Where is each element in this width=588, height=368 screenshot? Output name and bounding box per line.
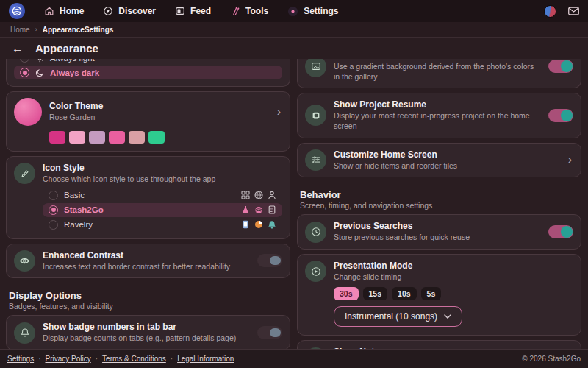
stash2go-style-preview — [241, 205, 276, 214]
color-swatch[interactable] — [69, 131, 85, 144]
section-title: Display Options — [9, 290, 287, 301]
bell-icon — [20, 328, 30, 338]
previous-searches-card: Previous Searches Store previous searche… — [297, 214, 581, 250]
customize-home-title: Customize Home Screen — [334, 149, 561, 160]
footer-link-settings[interactable]: Settings — [7, 355, 34, 363]
color-swatch[interactable] — [109, 131, 125, 144]
copyright-text: © 2026 Stash2Go — [522, 355, 581, 363]
dot-separator: · — [171, 355, 173, 363]
section-subtitle: Screen, timing, and navigation settings — [300, 201, 578, 210]
moon-icon — [35, 68, 44, 77]
bell-teal-icon — [268, 220, 276, 229]
timing-pill-5s[interactable]: 5s — [421, 287, 442, 300]
nav-item-feed[interactable]: Feed — [175, 6, 211, 16]
theme-option-label: Always dark — [50, 68, 99, 77]
mail-icon[interactable] — [568, 7, 579, 15]
radio-unselected[interactable] — [49, 191, 58, 200]
project-resume-subtitle: Display your most recent in-progress pro… — [334, 111, 541, 131]
nav-item-home[interactable]: Home — [44, 6, 84, 16]
footer-links: Settings · Privacy Policy · Terms & Cond… — [7, 355, 234, 363]
gradient-background-subtitle: Use a gradient background derived from t… — [334, 62, 541, 82]
icon-style-option-basic[interactable]: Basic — [43, 188, 282, 202]
color-theme-title: Color Theme — [49, 101, 270, 112]
page-footer: Settings · Privacy Policy · Terms & Cond… — [0, 349, 588, 368]
nav-item-settings[interactable]: Settings — [287, 6, 338, 17]
dot-separator: · — [38, 355, 40, 363]
timing-pill-15s[interactable]: 15s — [363, 287, 388, 300]
enhanced-contrast-toggle[interactable] — [257, 254, 282, 267]
chevron-right-icon: › — [277, 106, 282, 118]
color-swatch[interactable] — [129, 131, 145, 144]
badge-numbers-toggle[interactable] — [257, 326, 282, 339]
radio-selected[interactable] — [20, 68, 29, 77]
show-notes-card: Show Notes Display project/pattern notes… — [297, 340, 581, 349]
icon-style-option-stash2go[interactable]: Stash2Go — [43, 203, 282, 217]
color-theme-card[interactable]: Color Theme Rose Garden › — [6, 91, 290, 152]
theme-mode-card: Always light Always dark — [6, 59, 290, 87]
previous-searches-toggle[interactable] — [548, 225, 573, 238]
customize-home-card[interactable]: Customize Home Screen Show or hide items… — [297, 143, 581, 178]
footer-link-privacy[interactable]: Privacy Policy — [45, 355, 90, 363]
icon-style-option-label: Stash2Go — [64, 205, 104, 214]
page-title: Appearance — [35, 42, 98, 54]
icon-style-option-label: Basic — [64, 191, 85, 199]
enhanced-contrast-circle — [14, 250, 35, 272]
nav-label: Discover — [118, 6, 156, 16]
theme-option-always-dark[interactable]: Always dark — [14, 66, 282, 79]
yarn-ball-icon — [254, 205, 263, 214]
nav-item-discover[interactable]: Discover — [103, 6, 156, 16]
presentation-mode-card: Presentation Mode Change slide timing 30… — [297, 254, 581, 336]
color-swatch[interactable] — [148, 131, 165, 144]
breadcrumb: Home › AppearanceSettings — [0, 22, 588, 38]
settings-scroll-area[interactable]: Always light Always dark Color Theme Ros… — [0, 59, 588, 349]
icon-style-option-label: Ravelry — [64, 220, 93, 229]
previous-searches-subtitle: Store previous searches for quick reuse — [334, 233, 541, 243]
color-swatch[interactable] — [49, 131, 65, 144]
app-logo[interactable] — [9, 3, 25, 19]
gradient-background-circle — [305, 59, 326, 77]
back-button[interactable]: ← — [12, 43, 24, 54]
footer-link-terms[interactable]: Terms & Conditions — [102, 355, 166, 363]
left-column: Always light Always dark Color Theme Ros… — [6, 60, 290, 349]
section-title: Behavior — [300, 189, 578, 200]
badge-numbers-subtitle: Display badge counts on tabs (e.g., patt… — [43, 333, 250, 344]
breadcrumb-separator-icon: › — [35, 26, 37, 33]
playlist-dropdown[interactable]: Instrumental (10 songs) — [334, 306, 462, 327]
show-notes-title: Show Notes — [334, 347, 541, 349]
right-column: Use a gradient background derived from t… — [297, 60, 581, 349]
project-resume-toggle[interactable] — [548, 109, 573, 122]
top-nav: Home Discover Feed Tools Settings — [0, 0, 588, 22]
enhanced-contrast-title: Enhanced Contrast — [43, 250, 250, 261]
timing-pill-10s[interactable]: 10s — [392, 287, 417, 300]
radio-selected[interactable] — [49, 205, 58, 215]
globe-icon — [254, 191, 263, 199]
color-swatch[interactable] — [89, 131, 105, 144]
presentation-mode-circle — [305, 261, 326, 282]
presentation-mode-title: Presentation Mode — [334, 261, 573, 272]
breadcrumb-home[interactable]: Home — [10, 26, 30, 34]
play-circle-icon — [311, 266, 321, 277]
radio-unselected[interactable] — [49, 220, 58, 230]
dot-separator: · — [96, 355, 98, 363]
paper-icon — [268, 205, 276, 214]
theme-option-always-light[interactable]: Always light — [14, 59, 282, 65]
color-wheel-icon — [254, 220, 263, 229]
chevron-down-icon — [444, 314, 451, 319]
radio-unselected[interactable] — [20, 59, 29, 63]
badge-numbers-circle — [14, 322, 35, 344]
customize-home-subtitle: Show or hide items and reorder tiles — [334, 161, 561, 171]
ravelry-style-preview — [241, 220, 276, 229]
page-header: ← Appearance — [0, 38, 588, 59]
footer-link-legal[interactable]: Legal Information — [177, 355, 234, 363]
previous-searches-circle — [305, 222, 326, 243]
timing-pill-30s[interactable]: 30s — [334, 287, 359, 300]
gradient-background-toggle[interactable] — [548, 60, 573, 73]
theme-color-preview — [14, 98, 42, 126]
user-avatar[interactable] — [544, 5, 556, 18]
nav-label: Settings — [304, 6, 338, 16]
grid-icon — [241, 191, 250, 199]
knitting-needles-icon — [230, 6, 240, 16]
icon-style-option-ravelry[interactable]: Ravelry — [43, 218, 282, 232]
nav-item-tools[interactable]: Tools — [230, 6, 268, 16]
yarn-cone-icon — [241, 205, 250, 214]
